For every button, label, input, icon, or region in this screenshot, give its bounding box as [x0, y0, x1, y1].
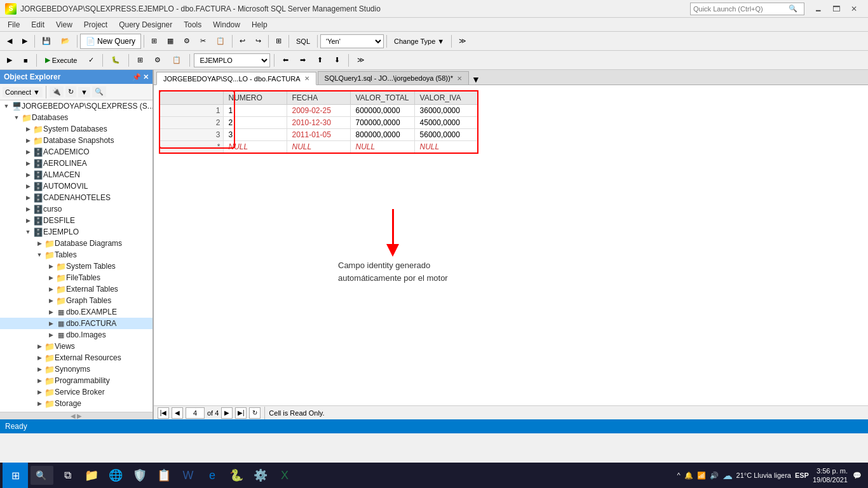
forward-button[interactable]: ▶: [18, 34, 32, 49]
oe-disconnect-btn[interactable]: 🔌: [50, 86, 64, 97]
row-1-numero[interactable]: 1: [223, 105, 287, 117]
close-oe-icon[interactable]: ✕: [143, 73, 149, 81]
tree-item-storage[interactable]: ▶ 📁 Storage: [0, 398, 153, 409]
grid-button[interactable]: ⊞: [271, 34, 286, 49]
tray-chevron[interactable]: ^: [677, 471, 680, 479]
null-row-fecha[interactable]: NULL: [287, 141, 350, 154]
table-row-null[interactable]: * NULL NULL NULL NULL: [159, 141, 478, 154]
quick-launch-input[interactable]: [693, 5, 789, 13]
oe-resize-handle[interactable]: ◀ ▶: [0, 412, 153, 419]
row-3-valor-iva[interactable]: 56000,0000: [414, 129, 478, 141]
col-header-valor-total[interactable]: VALOR_TOTAL: [350, 91, 414, 105]
page-number-input[interactable]: [186, 407, 205, 419]
col-header-numero[interactable]: NUMERO: [223, 91, 287, 105]
null-row-valor-total[interactable]: NULL: [350, 141, 414, 154]
tree-item-db-snapshots[interactable]: ▶ 📁 Database Snapshots: [0, 135, 153, 146]
start-button[interactable]: ⊞: [3, 463, 28, 488]
connect-button[interactable]: Connect ▼: [3, 87, 43, 97]
back-button[interactable]: ◀: [3, 34, 17, 49]
toolbar2-btn6[interactable]: ⬆: [313, 53, 327, 68]
more-toolbar-buttons[interactable]: ≫: [454, 34, 471, 49]
tree-item-filetables[interactable]: ▶ 📁 FileTables: [0, 272, 153, 283]
toolbar-btn-2[interactable]: ▦: [163, 34, 178, 49]
quick-launch-search[interactable]: 🔍: [690, 3, 804, 15]
taskbar-search[interactable]: 🔍: [31, 466, 53, 485]
tree-item-external-tables[interactable]: ▶ 📁 External Tables: [0, 283, 153, 295]
tree-item-synonyms[interactable]: ▶ 📁 Synonyms: [0, 363, 153, 375]
taskbar-app-excel[interactable]: X: [273, 464, 296, 487]
change-type-button[interactable]: Change Type ▼: [390, 34, 449, 49]
row-1-valor-iva[interactable]: 36000,0000: [414, 105, 478, 117]
close-button[interactable]: ✕: [845, 1, 863, 17]
pin-icon[interactable]: 📌: [132, 73, 141, 81]
page-refresh-button[interactable]: ↻: [249, 407, 261, 419]
tree-item-dbo-example[interactable]: ▶ ▦ dbo.EXAMPLE: [0, 306, 153, 318]
tree-item-graph-tables[interactable]: ▶ 📁 Graph Tables: [0, 295, 153, 306]
taskbar-app-task-view[interactable]: ⧉: [56, 464, 79, 487]
execute-button[interactable]: ▶ Execute: [41, 54, 82, 66]
menu-project[interactable]: Project: [79, 19, 112, 30]
tree-item-almacen[interactable]: ▶ 🗄️ ALMACEN: [0, 169, 153, 180]
language-indicator[interactable]: ESP: [795, 471, 809, 479]
clock[interactable]: 3:56 p. m. 19/08/2021: [813, 466, 848, 485]
tree-item-external-resources[interactable]: ▶ 📁 External Resources: [0, 352, 153, 363]
table-row[interactable]: 3 3 2011-01-05 800000,0000 56000,0000: [159, 129, 478, 141]
page-first-button[interactable]: |◀: [158, 407, 169, 419]
row-3-numero[interactable]: 3: [223, 129, 287, 141]
tree-item-desfile[interactable]: ▶ 🗄️ DESFILE: [0, 215, 153, 226]
row-3-valor-total[interactable]: 800000,0000: [350, 129, 414, 141]
tree-item-system-databases[interactable]: ▶ 📁 System Databases: [0, 123, 153, 135]
col-header-valor-iva[interactable]: VALOR_IVA: [414, 91, 478, 105]
toolbar2-btn7[interactable]: ⬇: [330, 53, 344, 68]
menu-window[interactable]: Window: [208, 19, 245, 30]
taskbar-app-security[interactable]: 🛡️: [128, 464, 151, 487]
taskbar-app-chrome[interactable]: 🌐: [104, 464, 127, 487]
checkmark-btn[interactable]: ✓: [84, 53, 98, 68]
toolbar2-btn8[interactable]: ≫: [353, 53, 369, 68]
tree-item-service-broker[interactable]: ▶ 📁 Service Broker: [0, 386, 153, 398]
tree-item-dbo-factura[interactable]: ▶ ▦ dbo.FACTURA: [0, 318, 153, 329]
save-button[interactable]: 💾: [37, 34, 55, 49]
tree-item-dbo-images[interactable]: ▶ ▦ dbo.Images: [0, 329, 153, 341]
page-prev-button[interactable]: ◀: [172, 407, 183, 419]
stop-btn[interactable]: ■: [19, 53, 32, 68]
run-query-btn[interactable]: ▶: [3, 53, 17, 68]
menu-tools[interactable]: Tools: [179, 19, 207, 30]
notification-center-button[interactable]: 💬: [851, 470, 863, 481]
tree-item-server[interactable]: ▼ 🖥️ JORGEBEDOYAP\SQLEXPRESS (S...: [0, 100, 153, 112]
toolbar-btn-4[interactable]: ✂: [196, 34, 210, 49]
tree-item-cadenahoteles[interactable]: ▶ 🗄️ CADENAHOTELES: [0, 192, 153, 203]
taskbar-app-unknown2[interactable]: ⚙️: [249, 464, 272, 487]
toolbar2-btn2[interactable]: ⚙: [150, 53, 165, 68]
menu-file[interactable]: File: [3, 19, 25, 30]
tree-item-aerolinea[interactable]: ▶ 🗄️ AEROLINEA: [0, 158, 153, 169]
minimize-button[interactable]: 🗕: [810, 1, 827, 17]
open-button[interactable]: 📂: [57, 34, 74, 49]
toolbar2-btn1[interactable]: ⊞: [133, 53, 147, 68]
tab-factura-close-icon[interactable]: ✕: [304, 75, 309, 82]
toolbar-btn-1[interactable]: ⊞: [147, 34, 161, 49]
tree-item-automovil[interactable]: ▶ 🗄️ AUTOMOVIL: [0, 180, 153, 192]
oe-filter-btn[interactable]: ▼: [78, 87, 90, 97]
menu-view[interactable]: View: [51, 19, 78, 30]
tree-item-views[interactable]: ▶ 📁 Views: [0, 341, 153, 352]
menu-help[interactable]: Help: [247, 19, 273, 30]
tree-item-db-diagrams[interactable]: ▶ 📁 Database Diagrams: [0, 238, 153, 249]
taskbar-app-unknown1[interactable]: 📋: [153, 464, 175, 487]
tree-item-system-tables[interactable]: ▶ 📁 System Tables: [0, 261, 153, 272]
tab-sqlquery[interactable]: SQLQuery1.sql - JO...\jorgebedoya (58))*…: [318, 71, 469, 85]
toolbar2-btn5[interactable]: ➡: [295, 53, 310, 68]
row-2-valor-iva[interactable]: 45000,0000: [414, 117, 478, 129]
tree-item-curso[interactable]: ▶ 🗄️ curso: [0, 203, 153, 215]
undo-button[interactable]: ↩: [235, 34, 250, 49]
tree-item-academico[interactable]: ▶ 🗄️ ACADEMICO: [0, 146, 153, 158]
redo-button[interactable]: ↪: [251, 34, 266, 49]
tab-expand-button[interactable]: ▼: [471, 74, 480, 85]
toolbar2-btn3[interactable]: 📋: [168, 53, 186, 68]
page-last-button[interactable]: ▶|: [235, 407, 247, 419]
maximize-button[interactable]: 🗖: [827, 1, 845, 17]
taskbar-app-word[interactable]: W: [177, 464, 200, 487]
yen-dropdown[interactable]: 'Yen': [320, 34, 384, 48]
toolbar-btn-3[interactable]: ⚙: [179, 34, 194, 49]
taskbar-app-python[interactable]: 🐍: [225, 464, 248, 487]
